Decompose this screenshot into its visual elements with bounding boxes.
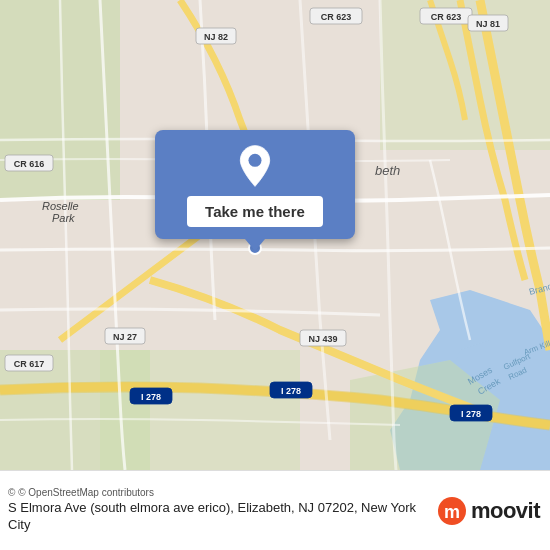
svg-text:NJ 81: NJ 81 bbox=[476, 19, 500, 29]
moovit-logo: m moovit bbox=[437, 496, 540, 526]
svg-text:Park: Park bbox=[52, 212, 75, 224]
svg-text:I 278: I 278 bbox=[141, 392, 161, 402]
moovit-icon: m bbox=[437, 496, 467, 526]
footer-left: © © OpenStreetMap contributors S Elmora … bbox=[8, 487, 437, 534]
svg-text:I 278: I 278 bbox=[461, 409, 481, 419]
svg-text:NJ 27: NJ 27 bbox=[113, 332, 137, 342]
map-container: CR 623 CR 623 NJ 81 NJ 82 CR 616 Roselle… bbox=[0, 0, 550, 470]
moovit-brand-text: moovit bbox=[471, 498, 540, 524]
svg-text:Roselle: Roselle bbox=[42, 200, 79, 212]
osm-credit: © © OpenStreetMap contributors bbox=[8, 487, 437, 498]
callout-bubble: Take me there bbox=[155, 130, 355, 239]
svg-text:CR 623: CR 623 bbox=[431, 12, 462, 22]
take-me-there-button[interactable]: Take me there bbox=[187, 196, 323, 227]
location-pin-icon bbox=[233, 144, 277, 188]
svg-text:NJ 82: NJ 82 bbox=[204, 32, 228, 42]
svg-point-42 bbox=[248, 154, 261, 167]
osm-text: © OpenStreetMap contributors bbox=[18, 487, 154, 498]
svg-rect-5 bbox=[100, 350, 300, 470]
svg-text:I 278: I 278 bbox=[281, 386, 301, 396]
svg-text:beth: beth bbox=[375, 163, 400, 178]
footer: © © OpenStreetMap contributors S Elmora … bbox=[0, 470, 550, 550]
svg-text:CR 623: CR 623 bbox=[321, 12, 352, 22]
osm-icon: © bbox=[8, 487, 15, 498]
address-line: S Elmora Ave (south elmora ave erico), E… bbox=[8, 500, 437, 534]
svg-text:NJ 439: NJ 439 bbox=[308, 334, 337, 344]
svg-text:CR 617: CR 617 bbox=[14, 359, 45, 369]
svg-text:m: m bbox=[444, 502, 460, 522]
svg-text:CR 616: CR 616 bbox=[14, 159, 45, 169]
